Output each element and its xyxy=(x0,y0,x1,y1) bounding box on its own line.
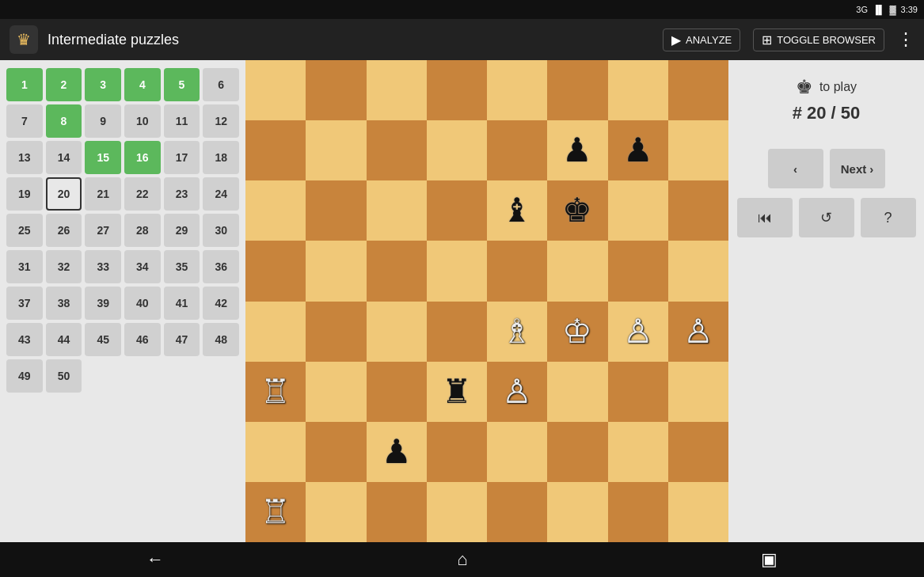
puzzle-cell-2[interactable]: 2 xyxy=(46,68,82,101)
chess-cell-r5c1[interactable] xyxy=(306,362,366,422)
chess-cell-r3c6[interactable] xyxy=(608,241,668,301)
chess-cell-r5c3[interactable]: ♜ xyxy=(427,362,487,422)
chess-cell-r6c1[interactable] xyxy=(306,422,366,482)
chess-cell-r6c7[interactable] xyxy=(668,422,728,482)
back-nav-button[interactable]: ← xyxy=(146,549,164,570)
chess-cell-r1c2[interactable] xyxy=(367,120,427,180)
rewind-button[interactable]: ⏮ xyxy=(737,198,793,237)
puzzle-cell-43[interactable]: 43 xyxy=(6,323,43,356)
chess-cell-r2c0[interactable] xyxy=(245,180,306,241)
puzzle-cell-28[interactable]: 28 xyxy=(124,214,161,247)
chess-cell-r7c5[interactable] xyxy=(547,482,607,542)
more-options-button[interactable]: ⋮ xyxy=(897,29,914,50)
chess-cell-r7c1[interactable] xyxy=(306,482,366,542)
chess-cell-r3c7[interactable] xyxy=(668,241,728,301)
puzzle-cell-48[interactable]: 48 xyxy=(203,323,239,356)
puzzle-cell-6[interactable]: 6 xyxy=(203,68,239,101)
puzzle-cell-39[interactable]: 39 xyxy=(85,287,121,320)
chess-cell-r4c3[interactable] xyxy=(427,302,487,362)
chess-cell-r1c0[interactable] xyxy=(245,120,306,180)
chess-cell-r5c5[interactable] xyxy=(547,362,607,422)
puzzle-cell-1[interactable]: 1 xyxy=(6,68,43,101)
chess-cell-r3c3[interactable] xyxy=(427,241,487,301)
chess-cell-r4c0[interactable] xyxy=(245,302,306,362)
next-button[interactable]: Next › xyxy=(830,149,885,188)
chess-cell-r4c6[interactable]: ♙ xyxy=(608,302,668,362)
puzzle-cell-37[interactable]: 37 xyxy=(6,287,43,320)
puzzle-cell-23[interactable]: 23 xyxy=(164,177,200,211)
puzzle-cell-41[interactable]: 41 xyxy=(164,287,200,320)
puzzle-cell-30[interactable]: 30 xyxy=(203,214,239,247)
chess-board[interactable]: ♟♟♝♚♗♔♙♙♖♜♙♟♖ xyxy=(245,60,728,542)
chess-cell-r7c4[interactable] xyxy=(487,482,547,542)
puzzle-cell-4[interactable]: 4 xyxy=(124,68,161,101)
chess-cell-r5c4[interactable]: ♙ xyxy=(487,362,547,422)
toggle-browser-button[interactable]: ⊞ TOGGLE BROWSER xyxy=(753,28,884,51)
puzzle-cell-36[interactable]: 36 xyxy=(203,250,239,283)
chess-cell-r2c3[interactable] xyxy=(427,180,487,241)
puzzle-cell-7[interactable]: 7 xyxy=(6,104,43,138)
puzzle-cell-18[interactable]: 18 xyxy=(203,141,239,174)
puzzle-cell-11[interactable]: 11 xyxy=(164,104,200,138)
puzzle-cell-5[interactable]: 5 xyxy=(164,68,200,101)
chess-cell-r5c2[interactable] xyxy=(367,362,427,422)
chess-cell-r0c2[interactable] xyxy=(367,60,427,120)
chess-cell-r6c5[interactable] xyxy=(547,422,607,482)
puzzle-cell-15[interactable]: 15 xyxy=(85,141,121,174)
puzzle-cell-42[interactable]: 42 xyxy=(203,287,239,320)
undo-button[interactable]: ↺ xyxy=(799,198,854,237)
chess-cell-r7c7[interactable] xyxy=(668,482,728,542)
chess-cell-r5c6[interactable] xyxy=(608,362,668,422)
chess-cell-r1c7[interactable] xyxy=(668,120,728,180)
home-nav-button[interactable]: ⌂ xyxy=(457,549,467,570)
puzzle-cell-45[interactable]: 45 xyxy=(85,323,121,356)
puzzle-cell-3[interactable]: 3 xyxy=(85,68,121,101)
chess-cell-r6c0[interactable] xyxy=(245,422,306,482)
puzzle-cell-46[interactable]: 46 xyxy=(124,323,161,356)
chess-cell-r2c4[interactable]: ♝ xyxy=(487,180,547,241)
chess-cell-r3c4[interactable] xyxy=(487,241,547,301)
puzzle-cell-29[interactable]: 29 xyxy=(164,214,200,247)
chess-cell-r2c6[interactable] xyxy=(608,180,668,241)
chess-cell-r7c6[interactable] xyxy=(608,482,668,542)
chess-cell-r2c5[interactable]: ♚ xyxy=(547,180,607,241)
puzzle-cell-20[interactable]: 20 xyxy=(46,177,82,211)
chess-cell-r0c3[interactable] xyxy=(427,60,487,120)
chess-cell-r0c0[interactable] xyxy=(245,60,306,120)
puzzle-cell-12[interactable]: 12 xyxy=(203,104,239,138)
puzzle-cell-13[interactable]: 13 xyxy=(6,141,43,174)
chess-cell-r2c7[interactable] xyxy=(668,180,728,241)
chess-cell-r0c1[interactable] xyxy=(306,60,366,120)
hint-button[interactable]: ? xyxy=(861,198,916,237)
chess-cell-r3c2[interactable] xyxy=(367,241,427,301)
chess-cell-r0c6[interactable] xyxy=(608,60,668,120)
chess-cell-r2c1[interactable] xyxy=(306,180,366,241)
puzzle-cell-40[interactable]: 40 xyxy=(124,287,161,320)
puzzle-cell-16[interactable]: 16 xyxy=(124,141,161,174)
chess-cell-r4c4[interactable]: ♗ xyxy=(487,302,547,362)
chess-cell-r0c4[interactable] xyxy=(487,60,547,120)
puzzle-cell-34[interactable]: 34 xyxy=(124,250,161,283)
chess-cell-r4c1[interactable] xyxy=(306,302,366,362)
puzzle-cell-19[interactable]: 19 xyxy=(6,177,43,211)
puzzle-cell-10[interactable]: 10 xyxy=(124,104,161,138)
chess-cell-r6c3[interactable] xyxy=(427,422,487,482)
puzzle-cell-9[interactable]: 9 xyxy=(85,104,121,138)
puzzle-cell-50[interactable]: 50 xyxy=(46,359,82,393)
chess-cell-r5c0[interactable]: ♖ xyxy=(245,362,306,422)
puzzle-cell-31[interactable]: 31 xyxy=(6,250,43,283)
analyze-button[interactable]: ▶ ANALYZE xyxy=(663,28,740,51)
puzzle-cell-8[interactable]: 8 xyxy=(46,104,82,138)
puzzle-cell-22[interactable]: 22 xyxy=(124,177,161,211)
chess-cell-r0c7[interactable] xyxy=(668,60,728,120)
chess-cell-r0c5[interactable] xyxy=(547,60,607,120)
chess-cell-r1c6[interactable]: ♟ xyxy=(608,120,668,180)
chess-cell-r1c3[interactable] xyxy=(427,120,487,180)
chess-cell-r6c6[interactable] xyxy=(608,422,668,482)
puzzle-cell-21[interactable]: 21 xyxy=(85,177,121,211)
puzzle-cell-32[interactable]: 32 xyxy=(46,250,82,283)
chess-cell-r1c5[interactable]: ♟ xyxy=(547,120,607,180)
puzzle-cell-33[interactable]: 33 xyxy=(85,250,121,283)
puzzle-cell-35[interactable]: 35 xyxy=(164,250,200,283)
chess-cell-r7c3[interactable] xyxy=(427,482,487,542)
